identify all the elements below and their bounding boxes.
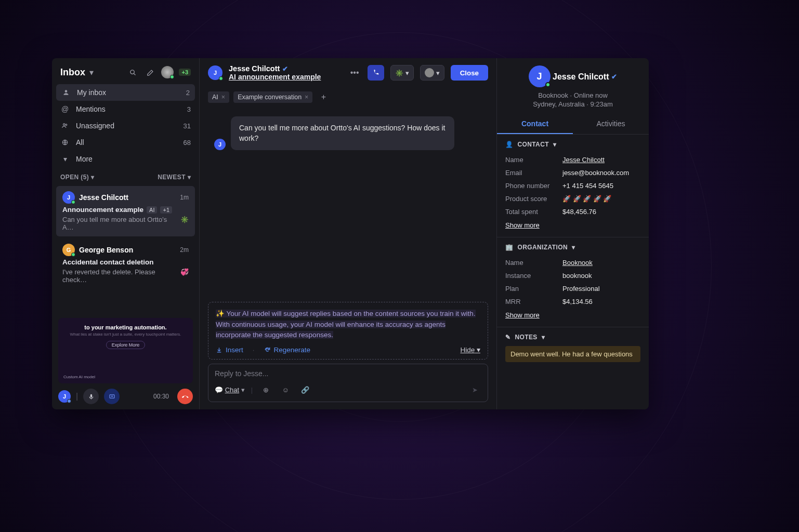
screen-share-button[interactable] [104,389,120,404]
verified-icon: ✔ [282,65,288,73]
mrr-value: $4,134.56 [562,298,593,305]
tab-activities[interactable]: Activities [573,114,649,134]
preview-subtitle: Custom AI model [63,375,95,379]
details-header: J Jesse Chilcott✔ Booknook · Online now … [497,58,649,114]
remove-tag-icon[interactable]: × [221,94,225,101]
plan-value: Professional [562,285,600,292]
contact-email-value: jesse@booknook.com [562,169,629,177]
preview-button[interactable]: Explore More [106,341,146,349]
tag: AI [147,206,157,214]
conversation-list-header: OPEN (5) ▾ NEWEST ▾ [52,167,199,185]
send-button[interactable]: ➤ [468,383,481,396]
call-button[interactable] [368,65,384,81]
nav-mentions[interactable]: @ Mentions 3 [52,101,199,117]
tag-selector[interactable]: ✳️ ▾ [390,65,414,81]
svg-point-2 [65,90,68,92]
chevron-down-icon: ▾ [60,155,70,163]
preview-title: to your marketing automation. [64,324,187,330]
inbox-title[interactable]: Inbox [60,67,85,78]
emoji-icon[interactable]: ☺ [279,383,292,396]
show-more-link[interactable]: Show more [505,221,540,229]
note-item[interactable]: Demo went well. He had a few questions [505,346,640,362]
conversation-subject[interactable]: AI announcement example [229,73,342,81]
nav-my-inbox[interactable]: My inbox 2 [56,84,195,101]
nav-all[interactable]: All 68 [52,134,199,151]
emoji-icon: ✳️ [180,216,189,231]
total-spent-value: $48,456.76 [562,208,596,216]
org-name-value[interactable]: Booknook [562,259,593,267]
contact-section: 👤CONTACT▾ NameJesse Chilcott Emailjesse@… [497,135,649,237]
conversation-header: J Jesse Chilcott ✔ AI announcement examp… [200,58,496,87]
call-duration: 00:30 [153,393,169,400]
ai-suggestion-box: ✨ Your AI model will suggest replies bas… [208,302,488,360]
chevron-down-icon[interactable]: ▾ [542,334,545,341]
reply-input[interactable]: Reply to Jesse... [215,369,481,378]
user-avatar[interactable] [161,66,174,78]
detail-tabs: Contact Activities [497,114,649,135]
preview-card[interactable]: to your marketing automation. What lies … [58,318,193,383]
nav-unassigned[interactable]: Unassigned 31 [52,117,199,134]
regenerate-button[interactable]: Regenerate [264,346,311,354]
edit-icon: ✎ [505,334,510,341]
call-bar: J | 00:30 [58,389,193,404]
svg-rect-6 [90,394,92,397]
remove-tag-icon[interactable]: × [305,94,308,101]
reply-box[interactable]: Reply to Jesse... 💬 Chat ▾ | ⊕ ☺ 🔗 ➤ [208,364,488,402]
conversation-time: 2m [180,246,189,254]
svg-point-0 [130,70,135,74]
instance-value: booknook [562,272,592,280]
sidebar-header: Inbox ▾ +3 [52,58,199,84]
assignee-selector[interactable]: ▾ [420,65,444,81]
svg-point-4 [66,124,67,126]
tag-chip[interactable]: Example conversation× [233,91,312,103]
conversation-pane: J Jesse Chilcott ✔ AI announcement examp… [200,58,497,409]
open-filter[interactable]: OPEN (5) ▾ [60,174,94,181]
link-icon[interactable]: 🔗 [298,383,312,396]
tab-contact[interactable]: Contact [497,114,573,134]
conversation-item[interactable]: J Jesse Chilcott 1m Announcement example… [56,186,195,236]
nav-more[interactable]: ▾ More [52,151,199,167]
add-tag-icon[interactable]: + [317,90,330,104]
mention-icon: @ [60,105,70,113]
search-icon[interactable] [126,65,139,79]
sender-avatar: J [214,139,226,150]
product-score-value: 🚀 🚀 🚀 🚀 🚀 [562,195,611,203]
sort-filter[interactable]: NEWEST ▾ [158,174,191,181]
conversation-item[interactable]: G George Benson 2m Accidental contact de… [56,238,195,289]
conversation-time: 1m [180,194,189,201]
more-icon[interactable]: ••• [348,66,361,79]
hide-button[interactable]: Hide ▾ [460,345,480,354]
nav-label: My inbox [77,88,106,97]
contact-name-value[interactable]: Jesse Chilcott [562,156,605,164]
close-button[interactable]: Close [451,65,488,81]
chevron-down-icon[interactable]: ▾ [89,68,94,77]
conversation-subject: Announcement example [62,206,143,214]
verified-icon: ✔ [611,73,617,81]
add-icon[interactable]: ⊕ [259,383,272,396]
hangup-button[interactable] [177,389,193,404]
nav-label: All [76,138,84,147]
nav-count: 3 [187,105,191,113]
conversation-preview: I've reverted the delete. Please check… [62,268,177,284]
tag-chip[interactable]: AI× [208,91,229,103]
chevron-down-icon[interactable]: ▾ [553,141,556,148]
compose-icon[interactable] [143,65,157,79]
contact-name: Jesse Chilcott [79,193,176,202]
globe-icon [60,139,70,146]
queue-badge: +3 [179,69,191,76]
mute-button[interactable] [83,389,99,404]
channel-selector[interactable]: 💬 Chat ▾ [215,386,245,394]
caller-avatar: J [58,390,71,403]
sidebar: Inbox ▾ +3 My inbox 2 @ Mentions 3 [52,58,200,409]
show-more-link[interactable]: Show more [505,311,540,319]
nav-label: Unassigned [76,122,114,130]
conversation-subject: Accidental contact deletion [62,258,154,266]
contact-avatar: J [208,65,222,80]
tag: +1 [160,206,172,214]
inbox-icon [61,89,71,96]
organization-section: 🏢ORGANIZATION▾ NameBooknook Instancebook… [497,237,649,327]
app-window: Inbox ▾ +3 My inbox 2 @ Mentions 3 [52,58,649,409]
insert-button[interactable]: Insert [216,346,243,354]
chevron-down-icon[interactable]: ▾ [572,244,575,251]
contact-avatar: G [62,244,75,256]
